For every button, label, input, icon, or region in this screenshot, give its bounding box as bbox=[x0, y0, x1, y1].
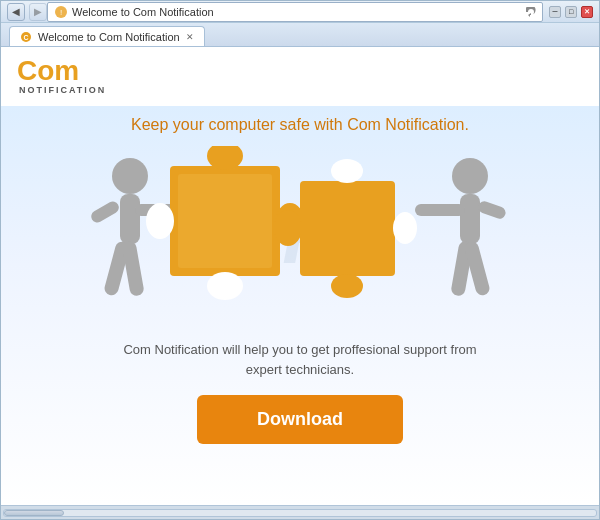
horizontal-scrollbar bbox=[1, 505, 599, 519]
svg-rect-23 bbox=[415, 204, 465, 216]
svg-text:C: C bbox=[23, 34, 28, 41]
svg-point-20 bbox=[393, 212, 417, 244]
svg-point-18 bbox=[331, 159, 363, 183]
svg-point-21 bbox=[452, 158, 488, 194]
svg-point-14 bbox=[146, 203, 174, 239]
browser-window: ◀ ▶ ! Welcome to Com Notification ─ □ bbox=[0, 0, 600, 520]
maximize-button[interactable]: □ bbox=[565, 6, 577, 18]
tab-close-icon[interactable]: ✕ bbox=[186, 32, 194, 42]
address-bar[interactable]: ! Welcome to Com Notification bbox=[47, 2, 543, 22]
hero-title: Keep your computer safe with Com Notific… bbox=[131, 116, 469, 134]
logo-com-text: Com bbox=[17, 55, 79, 86]
svg-rect-24 bbox=[477, 200, 507, 221]
tab-label: Welcome to Com Notification bbox=[38, 31, 180, 43]
svg-point-19 bbox=[331, 274, 363, 298]
close-button[interactable]: ✕ bbox=[581, 6, 593, 18]
minimize-button[interactable]: ─ bbox=[549, 6, 561, 18]
svg-rect-15 bbox=[178, 174, 272, 268]
scrollbar-thumb[interactable] bbox=[4, 510, 64, 516]
svg-rect-7 bbox=[89, 199, 121, 224]
svg-point-4 bbox=[112, 158, 148, 194]
logo-com: Com NOTIFICATION bbox=[17, 57, 106, 98]
page-content: Com NOTIFICATION Keep your computer safe… bbox=[1, 47, 599, 519]
puzzle-svg bbox=[31, 146, 569, 326]
svg-point-17 bbox=[274, 210, 302, 246]
lock-icon: ! bbox=[54, 5, 68, 19]
tab-favicon-icon: C bbox=[20, 31, 32, 43]
tab-active[interactable]: C Welcome to Com Notification ✕ bbox=[9, 26, 205, 46]
site-header: Com NOTIFICATION bbox=[1, 47, 599, 106]
address-text: Welcome to Com Notification bbox=[72, 6, 522, 18]
puzzle-illustration: BFc bbox=[31, 146, 569, 326]
svg-rect-9 bbox=[121, 240, 144, 297]
title-bar: ◀ ▶ ! Welcome to Com Notification ─ □ bbox=[1, 1, 599, 23]
svg-rect-16 bbox=[300, 181, 395, 276]
window-controls: ─ □ ✕ bbox=[549, 6, 593, 18]
svg-rect-22 bbox=[460, 194, 480, 244]
logo-notification-text: NOTIFICATION bbox=[19, 85, 106, 95]
svg-text:!: ! bbox=[60, 8, 62, 17]
svg-rect-5 bbox=[120, 194, 140, 244]
hero-description: Com Notification will help you to get pr… bbox=[120, 340, 480, 379]
forward-button[interactable]: ▶ bbox=[29, 3, 47, 21]
logo: Com NOTIFICATION bbox=[17, 57, 583, 98]
title-bar-left: ◀ ▶ bbox=[7, 3, 47, 21]
hero-section: Keep your computer safe with Com Notific… bbox=[1, 106, 599, 505]
scrollbar-track[interactable] bbox=[3, 509, 597, 517]
download-button[interactable]: Download bbox=[197, 395, 403, 444]
svg-point-13 bbox=[207, 272, 243, 300]
refresh-icon bbox=[526, 7, 536, 17]
tab-bar: C Welcome to Com Notification ✕ bbox=[1, 23, 599, 47]
back-button[interactable]: ◀ bbox=[7, 3, 25, 21]
